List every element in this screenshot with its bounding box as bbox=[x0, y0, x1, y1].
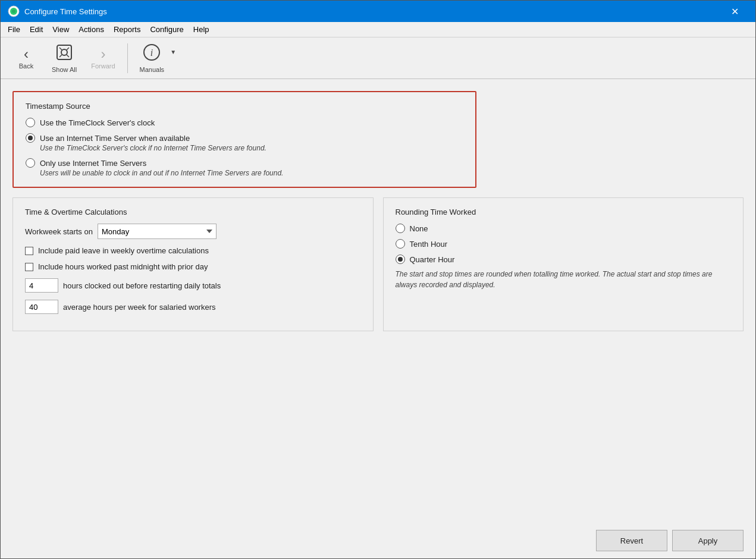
timestamp-source-section: Timestamp Source Use the TimeClock Serve… bbox=[12, 91, 476, 188]
window-title: Configure Time Settings bbox=[24, 7, 721, 16]
main-window: Configure Time Settings ✕ File Edit View… bbox=[0, 0, 756, 559]
workweek-select[interactable]: Sunday Monday Tuesday Wednesday Thursday… bbox=[98, 224, 217, 239]
timestamp-option-2-row[interactable]: Use an Internet Time Server when availab… bbox=[26, 133, 463, 143]
paid-leave-label: Include paid leave in weekly overtime ca… bbox=[38, 246, 209, 255]
workweek-row: Workweek starts on Sunday Monday Tuesday… bbox=[25, 224, 361, 239]
revert-button[interactable]: Revert bbox=[596, 530, 667, 551]
bottom-sections: Time & Overtime Calculations Workweek st… bbox=[12, 197, 744, 331]
apply-button[interactable]: Apply bbox=[672, 530, 744, 551]
timestamp-radio-group: Use the TimeClock Server's clock Use an … bbox=[26, 118, 463, 177]
menu-bar: File Edit View Actions Reports Configure… bbox=[1, 22, 755, 37]
hours-clocked-input[interactable] bbox=[25, 278, 58, 293]
rounding-option-1-row[interactable]: None bbox=[396, 224, 732, 233]
rounding-title: Rounding Time Worked bbox=[396, 208, 732, 216]
toolbar: ‹ Back Show All › Forward i bbox=[1, 37, 755, 79]
hours-clocked-row: hours clocked out before restarting dail… bbox=[25, 278, 361, 293]
svg-point-4 bbox=[61, 49, 67, 55]
hours-clocked-label: hours clocked out before restarting dail… bbox=[63, 281, 221, 290]
rounding-option-3-label: Quarter Hour bbox=[410, 255, 455, 264]
rounding-option-3: Quarter Hour bbox=[396, 255, 732, 264]
footer: Revert Apply bbox=[1, 523, 755, 558]
timestamp-option-3: Only use Internet Time Servers Users wil… bbox=[26, 158, 463, 177]
show-all-button[interactable]: Show All bbox=[47, 40, 81, 76]
workweek-label: Workweek starts on bbox=[25, 227, 93, 236]
forward-label: Forward bbox=[91, 62, 115, 70]
timestamp-option-3-sub: Users will be unable to clock in and out… bbox=[40, 169, 463, 177]
rounding-option-3-row[interactable]: Quarter Hour bbox=[396, 255, 732, 264]
avg-hours-input[interactable] bbox=[25, 300, 58, 314]
menu-help[interactable]: Help bbox=[189, 23, 214, 36]
timestamp-option-2-label: Use an Internet Time Server when availab… bbox=[40, 134, 190, 143]
rounding-option-2-row[interactable]: Tenth Hour bbox=[396, 239, 732, 249]
back-label: Back bbox=[19, 62, 33, 70]
app-icon bbox=[8, 5, 20, 17]
manuals-label: Manuals bbox=[140, 66, 165, 73]
rounding-radio-3[interactable] bbox=[396, 255, 405, 264]
time-overtime-title: Time & Overtime Calculations bbox=[25, 208, 361, 216]
timestamp-option-3-row[interactable]: Only use Internet Time Servers bbox=[26, 158, 463, 168]
rounding-note: The start and stop times are rounded whe… bbox=[396, 269, 732, 290]
rounding-option-1-label: None bbox=[410, 224, 428, 233]
timestamp-radio-2[interactable] bbox=[26, 133, 35, 143]
content-area: Timestamp Source Use the TimeClock Serve… bbox=[1, 79, 755, 523]
back-icon: ‹ bbox=[24, 47, 29, 61]
menu-edit[interactable]: Edit bbox=[25, 23, 48, 36]
past-midnight-label: Include hours worked past midnight with … bbox=[38, 262, 208, 271]
svg-point-2 bbox=[12, 10, 15, 13]
menu-configure[interactable]: Configure bbox=[145, 23, 188, 36]
avg-hours-row: average hours per week for salaried work… bbox=[25, 300, 361, 314]
timestamp-option-1: Use the TimeClock Server's clock bbox=[26, 118, 463, 127]
checkbox1-row: Include paid leave in weekly overtime ca… bbox=[25, 246, 361, 255]
menu-view[interactable]: View bbox=[48, 23, 74, 36]
paid-leave-checkbox[interactable] bbox=[25, 247, 33, 255]
manuals-button[interactable]: i Manuals bbox=[135, 40, 170, 76]
manuals-icon: i bbox=[142, 43, 161, 65]
menu-actions[interactable]: Actions bbox=[74, 23, 109, 36]
svg-text:i: i bbox=[150, 48, 153, 58]
back-button[interactable]: ‹ Back bbox=[10, 45, 42, 72]
rounding-radio-1[interactable] bbox=[396, 224, 405, 233]
timestamp-radio-1[interactable] bbox=[26, 118, 35, 127]
menu-reports[interactable]: Reports bbox=[109, 23, 146, 36]
past-midnight-checkbox[interactable] bbox=[25, 263, 33, 271]
menu-file[interactable]: File bbox=[3, 23, 25, 36]
forward-icon: › bbox=[101, 47, 105, 61]
timestamp-option-3-label: Only use Internet Time Servers bbox=[40, 159, 146, 168]
timestamp-source-title: Timestamp Source bbox=[26, 102, 463, 111]
rounding-radio-2[interactable] bbox=[396, 239, 405, 249]
show-all-label: Show All bbox=[52, 66, 77, 73]
rounding-section: Rounding Time Worked None Tenth Hour bbox=[383, 197, 744, 331]
timestamp-radio-3[interactable] bbox=[26, 158, 35, 168]
manuals-dropdown-icon[interactable]: ▼ bbox=[170, 49, 176, 55]
timestamp-option-2: Use an Internet Time Server when availab… bbox=[26, 133, 463, 152]
timestamp-option-2-sub: Use the TimeClock Server's clock if no I… bbox=[40, 144, 463, 152]
time-overtime-section: Time & Overtime Calculations Workweek st… bbox=[12, 197, 374, 331]
rounding-option-1: None bbox=[396, 224, 732, 233]
close-button[interactable]: ✕ bbox=[721, 1, 748, 22]
show-all-icon bbox=[55, 43, 74, 65]
avg-hours-label: average hours per week for salaried work… bbox=[63, 303, 216, 312]
timestamp-option-1-label: Use the TimeClock Server's clock bbox=[40, 118, 155, 127]
toolbar-separator bbox=[127, 43, 128, 73]
rounding-option-2: Tenth Hour bbox=[396, 239, 732, 249]
rounding-option-2-label: Tenth Hour bbox=[410, 240, 448, 249]
rounding-radio-group: None Tenth Hour Quarter Hour bbox=[396, 224, 732, 264]
svg-rect-3 bbox=[57, 45, 71, 59]
checkbox2-row: Include hours worked past midnight with … bbox=[25, 262, 361, 271]
forward-button[interactable]: › Forward bbox=[86, 45, 120, 72]
timestamp-option-1-row[interactable]: Use the TimeClock Server's clock bbox=[26, 118, 463, 127]
title-bar: Configure Time Settings ✕ bbox=[1, 1, 755, 22]
